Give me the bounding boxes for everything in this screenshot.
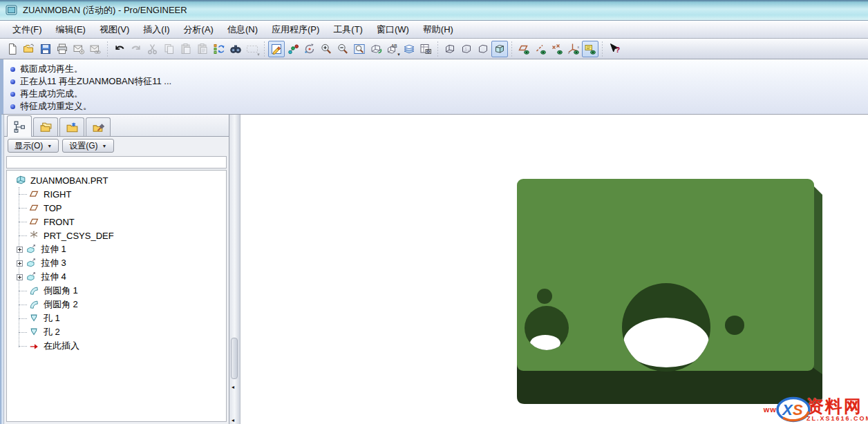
collapse-left-icon[interactable]: ◂ [232, 417, 234, 423]
tree-connector [19, 222, 27, 222]
small-hole-right[interactable] [725, 316, 744, 335]
menu-tools[interactable]: 工具(T) [326, 21, 370, 38]
hole-icon [28, 327, 40, 338]
splitter-thumb[interactable] [231, 338, 238, 379]
undo-icon[interactable] [111, 41, 128, 57]
expander-icon[interactable] [17, 274, 23, 280]
menu-analysis[interactable]: 分析(A) [177, 21, 220, 38]
message-text: 截面成功再生。 [20, 63, 83, 75]
settings-button[interactable]: 设置(G) ▼ [62, 139, 113, 153]
tree-connector [19, 318, 27, 319]
mail-attachment-icon[interactable] [70, 41, 87, 57]
regenerate-icon[interactable] [211, 41, 227, 57]
tree-item-round-2[interactable]: 倒圆角 2 [7, 298, 226, 311]
tree-item-extrude-3[interactable]: 拉伸 3 [7, 256, 226, 270]
model-tree-tab[interactable] [7, 115, 32, 137]
mail-link-icon[interactable] [87, 41, 104, 57]
zoom-out-icon[interactable] [334, 41, 351, 57]
tree-item-label: RIGHT [44, 189, 71, 200]
tree-item-hole-1[interactable]: 孔 1 [7, 311, 226, 325]
folder-browser-tab[interactable] [33, 117, 58, 136]
expander-icon[interactable] [17, 260, 23, 267]
expander-icon[interactable] [17, 247, 23, 253]
paste-special-icon [194, 41, 211, 57]
tree-item-part-root[interactable]: ZUANMOBAN.PRT [7, 173, 226, 187]
find-icon[interactable] [227, 41, 244, 57]
no-hidden-display-icon[interactable] [475, 41, 491, 57]
open-file-icon[interactable] [21, 41, 37, 57]
new-file-icon[interactable] [4, 41, 21, 57]
xs-logo-icon: X S [776, 395, 812, 424]
menu-insert[interactable]: 插入(I) [136, 21, 176, 38]
tree-item-plane-front[interactable]: FRONT [7, 215, 226, 229]
view-manager-icon[interactable] [417, 41, 434, 57]
small-hole-left[interactable] [537, 289, 552, 304]
svg-text:S: S [793, 401, 803, 418]
zoom-in-icon[interactable] [318, 41, 334, 57]
menu-file[interactable]: 文件(F) [6, 21, 49, 38]
spin-center-icon[interactable] [301, 41, 318, 57]
tree-item-hole-2[interactable]: 孔 2 [7, 325, 226, 339]
extrude-icon [26, 244, 37, 255]
message-bullet-icon [10, 79, 15, 84]
sketch-display-icon[interactable] [268, 41, 285, 57]
app-window: ZUANMOBAN (活动的) - Pro/ENGINEER 文件(F)编辑(E… [0, 0, 868, 424]
print-icon[interactable] [54, 41, 70, 57]
message-bullet-icon [10, 92, 15, 97]
message-line: 特征成功重定义。 [10, 100, 868, 113]
tree-item-round-1[interactable]: 倒圆角 1 [7, 284, 226, 298]
tree-item-label: 倒圆角 2 [44, 298, 78, 311]
hole-icon [28, 313, 40, 324]
menu-edit[interactable]: 编辑(E) [49, 21, 93, 38]
chevron-down-icon[interactable]: ▼ [256, 52, 261, 57]
graphics-area[interactable]: www. X S 资料网 ZL.XS1616.COM [240, 115, 868, 424]
part-icon [15, 175, 27, 186]
tree-item-label: 孔 2 [44, 326, 60, 338]
save-icon[interactable] [37, 41, 54, 57]
panel-splitter[interactable]: ◂ ◂ [229, 115, 240, 424]
menu-window[interactable]: 窗口(W) [370, 21, 416, 38]
reorient-icon[interactable] [368, 41, 384, 57]
annotation-toggle-icon[interactable] [582, 41, 598, 57]
tree-connector [19, 346, 27, 347]
menu-view[interactable]: 视图(V) [93, 21, 136, 38]
tree-item-insert-here[interactable]: 在此插入 [7, 339, 226, 353]
datum-axes-toggle-icon[interactable] [532, 41, 549, 57]
3d-part-zuanmoban[interactable] [240, 115, 868, 424]
round-icon [28, 299, 40, 310]
named-views-icon[interactable]: AB▼ [384, 41, 401, 57]
svg-text:?: ? [616, 46, 621, 54]
show-button-label: 显示(O) [15, 140, 43, 152]
chevron-down-icon: ▼ [47, 144, 52, 148]
shaded-display-icon[interactable] [491, 41, 508, 57]
tree-item-extrude-4[interactable]: 拉伸 4 [7, 270, 226, 284]
hidden-line-display-icon[interactable] [458, 41, 475, 57]
extrude-icon [26, 271, 37, 282]
context-help-icon[interactable]: ? [606, 41, 623, 57]
tree-item-label: TOP [44, 203, 62, 213]
wireframe-display-icon[interactable] [442, 41, 458, 57]
refit-icon[interactable] [351, 41, 368, 57]
datum-planes-toggle-icon[interactable] [516, 41, 532, 57]
datum-plane-icon [28, 216, 40, 227]
menu-applications[interactable]: 应用程序(P) [265, 21, 326, 38]
title-bar[interactable]: ZUANMOBAN (活动的) - Pro/ENGINEER [0, 0, 868, 21]
tree-item-plane-top[interactable]: TOP [7, 201, 226, 215]
csys-toggle-icon[interactable]: zx [565, 41, 582, 57]
history-tab[interactable] [86, 117, 111, 136]
tree-item-plane-right[interactable]: RIGHT [7, 187, 226, 201]
menu-info[interactable]: 信息(N) [220, 21, 265, 38]
show-button[interactable]: 显示(O) ▼ [8, 139, 59, 153]
datum-plane-icon [28, 189, 40, 200]
tree-item-csys-def[interactable]: PRT_CSYS_DEF [7, 229, 226, 242]
datum-display-icon[interactable] [285, 41, 301, 57]
part-side-face[interactable] [813, 185, 822, 374]
layers-icon[interactable] [401, 41, 417, 57]
menu-help[interactable]: 帮助(H) [416, 21, 460, 38]
datum-points-toggle-icon[interactable] [549, 41, 565, 57]
tree-item-extrude-1[interactable]: 拉伸 1 [7, 242, 226, 256]
chevron-down-icon: ▼ [102, 144, 107, 148]
favorites-tab[interactable] [59, 117, 84, 136]
toolbar-separator [435, 41, 440, 57]
collapse-left-icon[interactable]: ◂ [232, 384, 234, 390]
